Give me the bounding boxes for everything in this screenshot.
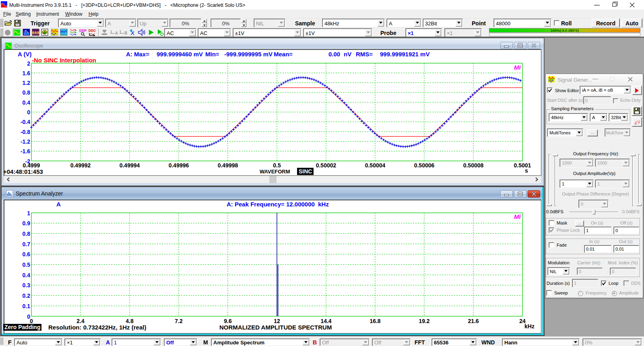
svg-text:0.7: 0.7 xyxy=(23,241,31,247)
svg-text:0.4999: 0.4999 xyxy=(23,162,40,169)
svg-text:0.5: 0.5 xyxy=(273,162,281,169)
svg-text:9.6: 9.6 xyxy=(224,318,232,324)
svg-text:s: s xyxy=(525,167,528,174)
svg-text:RMS=: RMS= xyxy=(356,51,373,58)
svg-text:-0.8: -0.8 xyxy=(21,129,30,135)
svg-text:-0.4: -0.4 xyxy=(21,119,30,125)
svg-text:7.2: 7.2 xyxy=(175,318,183,324)
svg-text:B: B xyxy=(124,31,127,35)
svg-text:19.2: 19.2 xyxy=(419,318,429,324)
svg-text:0.50002: 0.50002 xyxy=(316,162,336,169)
svg-text:0.49998: 0.49998 xyxy=(218,162,238,169)
svg-text:-999.9999995 mV: -999.9999995 mV xyxy=(224,51,272,58)
svg-text:14.4: 14.4 xyxy=(320,318,331,324)
svg-text:0: 0 xyxy=(27,109,30,115)
svg-text:A: A xyxy=(56,201,61,208)
svg-text:0.00: 0.00 xyxy=(328,51,340,58)
svg-text:0.2: 0.2 xyxy=(23,292,31,299)
svg-text:0.49992: 0.49992 xyxy=(70,162,91,169)
svg-text:0.50006: 0.50006 xyxy=(414,162,435,169)
svg-text:0.6: 0.6 xyxy=(23,251,31,257)
svg-text:0.9: 0.9 xyxy=(23,220,31,227)
svg-text:A (V): A (V) xyxy=(18,51,31,58)
svg-text:0: 0 xyxy=(30,318,33,324)
svg-text:1.2: 1.2 xyxy=(23,80,31,86)
svg-text:Mi: Mi xyxy=(514,64,521,71)
svg-text:kHz: kHz xyxy=(524,323,535,330)
svg-text:21.6: 21.6 xyxy=(468,318,479,324)
svg-text:nV: nV xyxy=(344,51,351,58)
svg-text:A: A xyxy=(115,31,118,35)
svg-text:888: 888 xyxy=(32,31,39,35)
svg-text:999.9999460 mV: 999.9999460 mV xyxy=(157,51,203,58)
svg-text:0.4: 0.4 xyxy=(23,272,31,278)
svg-text:MIn=: MIn= xyxy=(205,51,219,58)
svg-text:0.4: 0.4 xyxy=(23,99,31,106)
svg-text:DDC: DDC xyxy=(89,29,96,33)
svg-text:0.8: 0.8 xyxy=(23,89,31,96)
svg-text:0.1: 0.1 xyxy=(23,303,31,309)
svg-text:-1.2: -1.2 xyxy=(21,138,30,145)
svg-text:DDP: DDP xyxy=(79,29,87,33)
svg-text:2.4: 2.4 xyxy=(76,318,85,324)
svg-text:Mi: Mi xyxy=(514,213,521,220)
svg-text:1: 1 xyxy=(27,210,30,216)
svg-text:0.50004: 0.50004 xyxy=(365,162,386,169)
svg-text:-1.6: -1.6 xyxy=(21,148,30,154)
svg-text:0.3: 0.3 xyxy=(23,282,31,288)
svg-text:999.99991921 mV: 999.99991921 mV xyxy=(380,51,429,58)
svg-text:2: 2 xyxy=(27,60,30,67)
svg-text:A: Max=: A: Max= xyxy=(126,51,149,58)
svg-text:-No SINC Interpolation: -No SINC Interpolation xyxy=(32,57,96,64)
svg-text:0.8: 0.8 xyxy=(23,231,31,237)
svg-text:16.8: 16.8 xyxy=(369,318,380,324)
svg-text:4.8: 4.8 xyxy=(126,318,134,324)
svg-text:0.5: 0.5 xyxy=(23,262,31,268)
svg-text:12: 12 xyxy=(274,318,280,324)
svg-text:A: Peak Frequency= 12.000000: A: Peak Frequency= 12.000000 kHz xyxy=(227,201,329,208)
svg-text:0.5001: 0.5001 xyxy=(514,162,531,169)
svg-text:Mean=: Mean= xyxy=(274,51,293,58)
svg-text:1.6: 1.6 xyxy=(23,70,31,76)
svg-text:0.49994: 0.49994 xyxy=(120,162,140,169)
svg-text:DUT: DUT xyxy=(60,30,67,33)
svg-text:0.50008: 0.50008 xyxy=(463,162,484,169)
svg-text:0.49996: 0.49996 xyxy=(169,162,189,169)
